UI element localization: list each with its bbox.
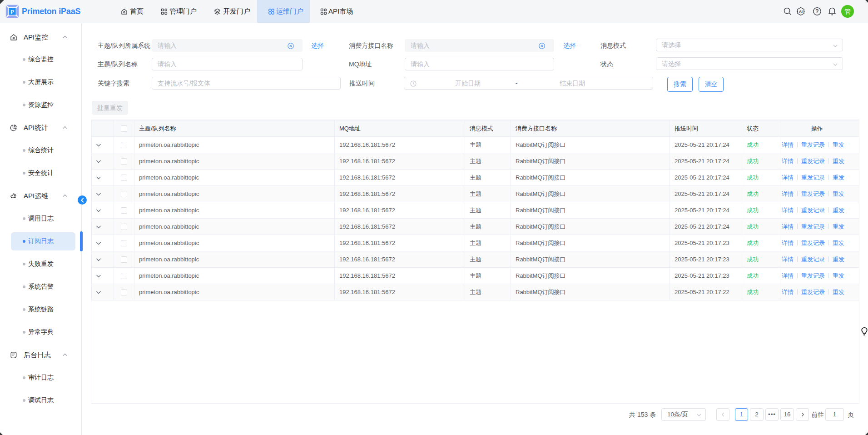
svg-text:?: ? xyxy=(815,8,818,15)
svg-text:P: P xyxy=(10,9,14,15)
svg-text:AI: AI xyxy=(799,10,803,14)
